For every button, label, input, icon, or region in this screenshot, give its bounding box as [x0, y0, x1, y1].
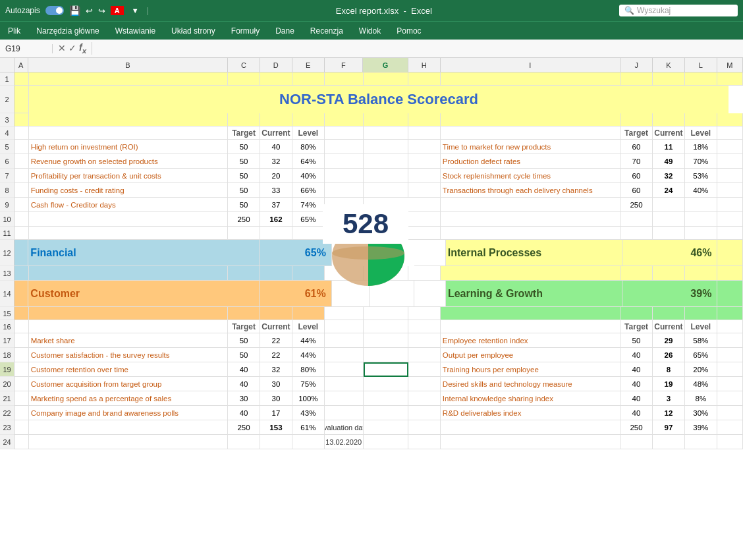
- cell-C23[interactable]: 250: [228, 420, 260, 435]
- menu-formuly[interactable]: Formuły: [229, 25, 262, 37]
- cell-D18[interactable]: 22: [260, 348, 292, 362]
- cell-A24[interactable]: [14, 435, 29, 449]
- cell-D23[interactable]: 153: [260, 420, 292, 435]
- cell-M1[interactable]: [717, 72, 743, 86]
- cell-B9[interactable]: Cash flow - Creditor days: [29, 198, 228, 212]
- cell-E6[interactable]: 64%: [292, 154, 325, 169]
- cell-E3[interactable]: [292, 113, 325, 126]
- cell-B4[interactable]: [29, 126, 228, 140]
- cell-I20[interactable]: Desired skills and technology measure: [441, 377, 620, 391]
- cell-E11[interactable]: [292, 227, 325, 240]
- cell-D5[interactable]: 40: [260, 140, 292, 154]
- cell-K7[interactable]: 32: [653, 169, 685, 183]
- cell-B5[interactable]: High return on investment (ROI): [29, 140, 228, 154]
- cell-D11[interactable]: [260, 227, 292, 240]
- cell-M6[interactable]: [717, 154, 743, 169]
- cell-M19[interactable]: [717, 362, 743, 377]
- cell-D19[interactable]: 32: [260, 362, 292, 377]
- cell-C21[interactable]: 30: [228, 391, 260, 406]
- cell-H18[interactable]: [408, 348, 441, 362]
- cell-E13[interactable]: [292, 266, 325, 281]
- menu-uklad[interactable]: Układ strony: [169, 25, 218, 37]
- cell-A2[interactable]: [14, 86, 29, 113]
- col-header-A[interactable]: A: [14, 58, 29, 72]
- cell-G6[interactable]: [364, 154, 408, 169]
- cell-D9[interactable]: 37: [260, 198, 292, 212]
- cell-J1[interactable]: [620, 72, 653, 86]
- cell-I22[interactable]: R&D deliverables index: [441, 406, 620, 420]
- cell-K15[interactable]: [653, 307, 685, 320]
- cell-I1[interactable]: [441, 72, 620, 86]
- cell-I5[interactable]: Time to market for new products: [441, 140, 620, 154]
- cell-J6[interactable]: 70: [620, 154, 653, 169]
- cell-C7[interactable]: 50: [228, 169, 260, 183]
- cell-A10[interactable]: [14, 212, 29, 227]
- cell-G8[interactable]: [364, 183, 408, 198]
- cell-B23[interactable]: [29, 420, 228, 435]
- col-header-G[interactable]: G: [363, 58, 408, 72]
- col-header-K[interactable]: K: [653, 58, 685, 72]
- cell-J19[interactable]: 40: [620, 362, 653, 377]
- cell-M10[interactable]: [717, 212, 743, 227]
- cell-C8[interactable]: 50: [228, 183, 260, 198]
- cell-K1[interactable]: [653, 72, 685, 86]
- cell-C1[interactable]: [228, 72, 260, 86]
- cell-E18[interactable]: 44%: [292, 348, 325, 362]
- cell-M9[interactable]: [717, 198, 743, 212]
- cell-K20[interactable]: 19: [653, 377, 685, 391]
- cell-F19[interactable]: [325, 362, 364, 377]
- cell-L11[interactable]: [685, 227, 717, 240]
- cell-G24[interactable]: [364, 435, 408, 449]
- cell-I10[interactable]: [441, 212, 620, 227]
- cell-B1[interactable]: [29, 72, 228, 86]
- cell-C6[interactable]: 50: [228, 154, 260, 169]
- cell-I11[interactable]: [441, 227, 620, 240]
- cell-L1[interactable]: [685, 72, 717, 86]
- cell-G16[interactable]: [364, 320, 408, 333]
- cell-I13[interactable]: [441, 266, 620, 281]
- cell-K5[interactable]: 11: [653, 140, 685, 154]
- cell-F16[interactable]: [325, 320, 364, 333]
- cell-H10[interactable]: [408, 212, 441, 227]
- cell-M20[interactable]: [717, 377, 743, 391]
- cell-D8[interactable]: 33: [260, 183, 292, 198]
- cell-B24[interactable]: [29, 435, 228, 449]
- cell-M12[interactable]: [717, 240, 743, 266]
- cell-B18[interactable]: Customer satisfaction - the survey resul…: [29, 348, 228, 362]
- cell-K24[interactable]: [653, 435, 685, 449]
- cell-H16[interactable]: [408, 320, 441, 333]
- cell-H7[interactable]: [408, 169, 441, 183]
- cell-M3[interactable]: [717, 113, 743, 126]
- cell-M14[interactable]: [717, 281, 743, 307]
- cell-H14[interactable]: [414, 281, 446, 307]
- cell-L15[interactable]: [685, 307, 717, 320]
- cell-A18[interactable]: [14, 348, 29, 362]
- cell-E10[interactable]: 65%: [292, 212, 325, 227]
- cell-L23[interactable]: 39%: [685, 420, 717, 435]
- cell-A16[interactable]: [14, 320, 29, 333]
- cell-B6[interactable]: Revenue growth on selected products: [29, 154, 228, 169]
- cell-A3[interactable]: [14, 113, 29, 126]
- cell-A17[interactable]: [14, 333, 29, 348]
- menu-recenzja[interactable]: Recenzja: [308, 25, 346, 37]
- cell-G22[interactable]: [364, 406, 408, 420]
- menu-widok[interactable]: Widok: [356, 25, 383, 37]
- cell-D1[interactable]: [260, 72, 292, 86]
- cell-E20[interactable]: 75%: [292, 377, 325, 391]
- cell-F7[interactable]: [325, 169, 364, 183]
- cell-E7[interactable]: 40%: [292, 169, 325, 183]
- cell-A19[interactable]: [14, 362, 29, 377]
- cell-H13[interactable]: [408, 266, 441, 281]
- menu-pomoc[interactable]: Pomoc: [394, 25, 424, 37]
- cell-C10[interactable]: 250: [228, 212, 260, 227]
- cell-I3[interactable]: [441, 113, 620, 126]
- cell-D7[interactable]: 20: [260, 169, 292, 183]
- cell-A20[interactable]: [14, 377, 29, 391]
- cell-B17[interactable]: Market share: [29, 333, 228, 348]
- cell-M8[interactable]: [717, 183, 743, 198]
- menu-dane[interactable]: Dane: [273, 25, 297, 37]
- cell-E9[interactable]: 74%: [292, 198, 325, 212]
- cell-A23[interactable]: [14, 420, 29, 435]
- cell-J17[interactable]: 50: [620, 333, 653, 348]
- cell-K8[interactable]: 24: [653, 183, 685, 198]
